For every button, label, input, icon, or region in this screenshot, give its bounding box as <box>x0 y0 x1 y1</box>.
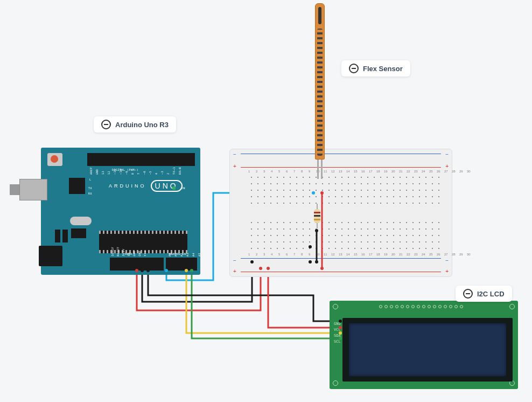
breadboard-grid-top[interactable] <box>248 174 444 206</box>
power-pin-labels: IOREFRESET3.3V5VGNDGNDVin <box>111 247 148 257</box>
breadboard-grid-bottom[interactable] <box>248 219 444 252</box>
rail-minus: − <box>233 151 236 157</box>
rx-label: RX <box>88 192 92 195</box>
lcd-frame <box>342 318 513 382</box>
rail-plus: + <box>445 268 449 274</box>
breadboard-column-numbers: 1234567891011121314151617181920212223242… <box>248 170 470 173</box>
lcd-screen <box>349 323 506 376</box>
power-rail-bottom[interactable] <box>241 257 441 273</box>
resistor[interactable] <box>314 204 320 228</box>
rail-plus: + <box>233 268 236 274</box>
power-rail-top[interactable] <box>241 153 441 169</box>
crystal-oscillator <box>70 217 92 225</box>
minus-icon[interactable] <box>101 120 111 129</box>
lcd-pin-labels: GNDVCCSDASCL <box>334 321 341 345</box>
on-led <box>172 186 176 190</box>
minus-icon[interactable] <box>349 64 359 73</box>
rail-minus: − <box>233 258 236 264</box>
i2c-lcd[interactable]: GNDVCCSDASCL <box>330 301 518 389</box>
on-label: ON <box>181 186 185 190</box>
power-jack <box>39 246 62 266</box>
lcd-header-pins[interactable] <box>379 305 463 308</box>
flex-sensor[interactable] <box>313 3 326 179</box>
capacitor <box>55 230 60 242</box>
arduino-label: Arduino Uno R3 <box>94 116 176 133</box>
flex-sensor-label-text: Flex Sensor <box>363 65 403 73</box>
digital-header[interactable] <box>87 153 195 166</box>
lcd-label-text: I2C LCD <box>477 290 505 298</box>
l-label: L <box>89 178 92 181</box>
tx-label: TX <box>88 186 92 190</box>
minus-icon[interactable] <box>463 289 473 299</box>
lcd-label: I2C LCD <box>456 286 512 302</box>
arduino-board[interactable]: ARDUINO UNO DIGITAL (PWM~) POWER ANALOG … <box>41 148 200 275</box>
breadboard-column-numbers: 1234567891011121314151617181920212223242… <box>248 253 470 256</box>
reset-button[interactable] <box>47 153 62 166</box>
rail-minus: − <box>445 151 449 157</box>
power-header[interactable] <box>110 258 164 271</box>
mounting-hole <box>509 304 515 309</box>
rail-minus: − <box>445 258 449 264</box>
breadboard[interactable]: 1234567891011121314151617181920212223242… <box>229 149 452 277</box>
flex-sensor-label: Flex Sensor <box>341 60 410 77</box>
analog-header[interactable] <box>166 258 197 271</box>
rail-plus: + <box>233 163 236 169</box>
rail-plus: + <box>445 163 449 169</box>
arduino-logo: ARDUINO UNO <box>109 180 183 192</box>
resistor-body <box>314 209 320 223</box>
digital-pin-labels: AREFGND1312~11~10~987~6~54~32TX→1RX←0 <box>89 167 183 175</box>
usb-port <box>19 179 47 200</box>
usb-cable-stub <box>10 184 19 195</box>
usb-controller-chip <box>69 178 85 194</box>
mounting-hole <box>333 304 338 309</box>
flex-sensor-leads <box>316 160 324 179</box>
capacitor <box>62 230 68 242</box>
mounting-hole <box>333 380 338 386</box>
analog-pin-labels: A0A1A2A3A4A5 <box>168 253 202 257</box>
arduino-label-text: Arduino Uno R3 <box>115 121 169 129</box>
flex-sensor-strip <box>315 3 325 160</box>
regulator <box>71 228 86 238</box>
